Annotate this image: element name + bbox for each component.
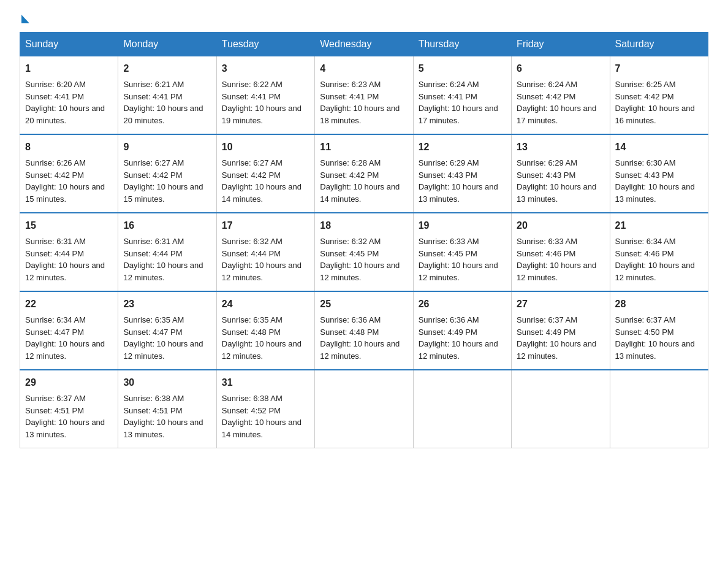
- column-header-tuesday: Tuesday: [216, 33, 314, 56]
- sunrise-label: Sunrise: 6:32 AM: [222, 237, 282, 246]
- daylight-label: Daylight: 10 hours and 12 minutes.: [222, 261, 301, 282]
- day-number: 23: [123, 297, 211, 312]
- header-row: SundayMondayTuesdayWednesdayThursdayFrid…: [20, 33, 708, 56]
- sunset-label: Sunset: 4:41 PM: [320, 92, 379, 101]
- daylight-label: Daylight: 10 hours and 12 minutes.: [517, 261, 596, 282]
- calendar-cell: [413, 370, 511, 448]
- logo: [20, 15, 29, 20]
- sunrise-label: Sunrise: 6:38 AM: [123, 394, 184, 403]
- day-number: 9: [123, 140, 211, 155]
- calendar-cell: 26Sunrise: 6:36 AMSunset: 4:49 PMDayligh…: [413, 291, 511, 370]
- sunrise-label: Sunrise: 6:22 AM: [222, 80, 282, 89]
- daylight-label: Daylight: 10 hours and 12 minutes.: [615, 261, 695, 282]
- daylight-label: Daylight: 10 hours and 12 minutes.: [419, 261, 498, 282]
- daylight-label: Daylight: 10 hours and 12 minutes.: [222, 339, 301, 361]
- calendar-cell: 5Sunrise: 6:24 AMSunset: 4:41 PMDaylight…: [413, 56, 511, 135]
- sunrise-label: Sunrise: 6:37 AM: [615, 315, 676, 324]
- daylight-label: Daylight: 10 hours and 13 minutes.: [123, 418, 203, 439]
- calendar-cell: 2Sunrise: 6:21 AMSunset: 4:41 PMDaylight…: [118, 56, 216, 135]
- week-row-2: 8Sunrise: 6:26 AMSunset: 4:42 PMDaylight…: [20, 134, 708, 213]
- sunrise-label: Sunrise: 6:31 AM: [123, 237, 184, 246]
- sunset-label: Sunset: 4:47 PM: [123, 327, 182, 337]
- day-number: 11: [320, 140, 408, 155]
- calendar-cell: 22Sunrise: 6:34 AMSunset: 4:47 PMDayligh…: [20, 291, 118, 370]
- sunrise-label: Sunrise: 6:29 AM: [517, 158, 577, 167]
- calendar-cell: 4Sunrise: 6:23 AMSunset: 4:41 PMDaylight…: [315, 56, 413, 135]
- week-row-4: 22Sunrise: 6:34 AMSunset: 4:47 PMDayligh…: [20, 291, 708, 370]
- sunrise-label: Sunrise: 6:27 AM: [222, 158, 282, 167]
- sunset-label: Sunset: 4:42 PM: [320, 170, 379, 180]
- sunset-label: Sunset: 4:43 PM: [615, 170, 674, 180]
- day-number: 18: [320, 218, 408, 233]
- sunset-label: Sunset: 4:44 PM: [25, 249, 84, 258]
- calendar-cell: 6Sunrise: 6:24 AMSunset: 4:42 PMDaylight…: [512, 56, 610, 135]
- calendar-cell: 3Sunrise: 6:22 AMSunset: 4:41 PMDaylight…: [216, 56, 314, 135]
- day-number: 26: [419, 297, 506, 312]
- sunset-label: Sunset: 4:48 PM: [320, 327, 379, 337]
- sunrise-label: Sunrise: 6:27 AM: [123, 158, 184, 167]
- page-header: [20, 15, 708, 20]
- day-number: 21: [615, 218, 703, 233]
- sunset-label: Sunset: 4:41 PM: [419, 92, 477, 101]
- sunset-label: Sunset: 4:50 PM: [615, 327, 674, 337]
- column-header-wednesday: Wednesday: [315, 33, 413, 56]
- sunrise-label: Sunrise: 6:20 AM: [25, 80, 86, 89]
- sunset-label: Sunset: 4:51 PM: [25, 406, 84, 415]
- day-number: 3: [222, 61, 309, 76]
- day-number: 17: [222, 218, 309, 233]
- sunset-label: Sunset: 4:44 PM: [222, 249, 281, 258]
- calendar-table: SundayMondayTuesdayWednesdayThursdayFrid…: [20, 32, 708, 448]
- day-number: 5: [419, 61, 506, 76]
- column-header-monday: Monday: [118, 33, 216, 56]
- sunrise-label: Sunrise: 6:33 AM: [517, 237, 577, 246]
- sunset-label: Sunset: 4:41 PM: [25, 92, 84, 101]
- calendar-cell: 29Sunrise: 6:37 AMSunset: 4:51 PMDayligh…: [20, 370, 118, 448]
- daylight-label: Daylight: 10 hours and 17 minutes.: [517, 104, 596, 125]
- sunset-label: Sunset: 4:43 PM: [517, 170, 575, 180]
- sunset-label: Sunset: 4:44 PM: [123, 249, 182, 258]
- sunrise-label: Sunrise: 6:38 AM: [222, 394, 282, 403]
- column-header-friday: Friday: [512, 33, 610, 56]
- calendar-cell: 20Sunrise: 6:33 AMSunset: 4:46 PMDayligh…: [512, 213, 610, 291]
- logo-line1: [20, 15, 29, 22]
- day-number: 25: [320, 297, 408, 312]
- day-number: 7: [615, 61, 703, 76]
- daylight-label: Daylight: 10 hours and 15 minutes.: [25, 182, 105, 204]
- calendar-cell: 19Sunrise: 6:33 AMSunset: 4:45 PMDayligh…: [413, 213, 511, 291]
- daylight-label: Daylight: 10 hours and 12 minutes.: [419, 339, 498, 361]
- daylight-label: Daylight: 10 hours and 12 minutes.: [25, 339, 105, 361]
- sunset-label: Sunset: 4:52 PM: [222, 406, 281, 415]
- column-header-sunday: Sunday: [20, 33, 118, 56]
- week-row-5: 29Sunrise: 6:37 AMSunset: 4:51 PMDayligh…: [20, 370, 708, 448]
- daylight-label: Daylight: 10 hours and 14 minutes.: [320, 182, 400, 204]
- day-number: 8: [25, 140, 113, 155]
- sunrise-label: Sunrise: 6:30 AM: [615, 158, 676, 167]
- sunset-label: Sunset: 4:48 PM: [222, 327, 281, 337]
- day-number: 12: [419, 140, 506, 155]
- daylight-label: Daylight: 10 hours and 20 minutes.: [25, 104, 105, 125]
- calendar-cell: [610, 370, 708, 448]
- calendar-cell: 18Sunrise: 6:32 AMSunset: 4:45 PMDayligh…: [315, 213, 413, 291]
- sunrise-label: Sunrise: 6:34 AM: [25, 315, 86, 324]
- calendar-cell: 7Sunrise: 6:25 AMSunset: 4:42 PMDaylight…: [610, 56, 708, 135]
- day-number: 6: [517, 61, 604, 76]
- sunrise-label: Sunrise: 6:37 AM: [25, 394, 86, 403]
- sunset-label: Sunset: 4:46 PM: [517, 249, 575, 258]
- calendar-cell: 1Sunrise: 6:20 AMSunset: 4:41 PMDaylight…: [20, 56, 118, 135]
- sunrise-label: Sunrise: 6:34 AM: [615, 237, 676, 246]
- sunrise-label: Sunrise: 6:32 AM: [320, 237, 381, 246]
- week-row-3: 15Sunrise: 6:31 AMSunset: 4:44 PMDayligh…: [20, 213, 708, 291]
- calendar-cell: 10Sunrise: 6:27 AMSunset: 4:42 PMDayligh…: [216, 134, 314, 213]
- sunrise-label: Sunrise: 6:24 AM: [419, 80, 479, 89]
- sunrise-label: Sunrise: 6:26 AM: [25, 158, 86, 167]
- daylight-label: Daylight: 10 hours and 13 minutes.: [25, 418, 105, 439]
- calendar-cell: [315, 370, 413, 448]
- daylight-label: Daylight: 10 hours and 20 minutes.: [123, 104, 203, 125]
- sunset-label: Sunset: 4:42 PM: [25, 170, 84, 180]
- calendar-cell: 27Sunrise: 6:37 AMSunset: 4:49 PMDayligh…: [512, 291, 610, 370]
- daylight-label: Daylight: 10 hours and 14 minutes.: [222, 182, 301, 204]
- sunset-label: Sunset: 4:42 PM: [517, 92, 575, 101]
- column-header-thursday: Thursday: [413, 33, 511, 56]
- sunrise-label: Sunrise: 6:31 AM: [25, 237, 86, 246]
- sunrise-label: Sunrise: 6:37 AM: [517, 315, 577, 324]
